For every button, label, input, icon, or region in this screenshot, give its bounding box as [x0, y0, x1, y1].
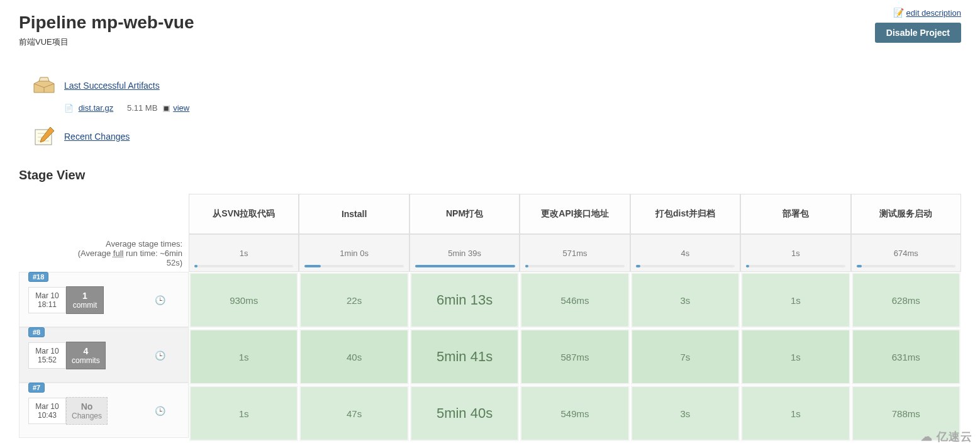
stage-average: 5min 39s	[409, 234, 520, 272]
stage-header: 从SVN拉取代码	[189, 194, 299, 234]
build-date: Mar 1018:11	[28, 287, 66, 313]
stage-header: NPM打包	[409, 194, 520, 234]
stage-cell[interactable]: 6min 13s	[410, 272, 519, 328]
stage-cell[interactable]: 628ms	[852, 272, 961, 328]
project-description: 前端VUE项目	[19, 36, 961, 48]
stage-average: 1min 0s	[299, 234, 409, 272]
stage-cell[interactable]: 549ms	[520, 386, 629, 441]
build-number-badge[interactable]: #8	[28, 327, 45, 337]
stage-average: 1s	[189, 234, 299, 272]
build-date: Mar 1015:52	[28, 342, 66, 369]
build-commits[interactable]: 4commits	[66, 342, 106, 369]
stage-header: 部署包	[740, 194, 850, 234]
artifact-file-link[interactable]: dist.tar.gz	[79, 103, 114, 113]
stage-average: 674ms	[851, 234, 961, 272]
stage-header: Install	[299, 194, 409, 234]
artifact-view-link[interactable]: view	[173, 103, 189, 113]
build-row-info[interactable]: #7Mar 1010:43NoChanges🕒	[19, 383, 189, 438]
average-stage-times-label: Average stage times: (Average full run t…	[19, 234, 189, 272]
build-date: Mar 1010:43	[28, 398, 66, 424]
build-number-badge[interactable]: #7	[28, 383, 45, 393]
stage-average: 4s	[630, 234, 740, 272]
stage-header: 更改API接口地址	[520, 194, 630, 234]
disable-project-button[interactable]: Disable Project	[875, 23, 961, 43]
edit-description-link[interactable]: edit description	[906, 8, 961, 18]
stage-cell[interactable]: 587ms	[520, 329, 629, 384]
stage-header: 打包dist并归档	[630, 194, 740, 234]
stage-cell[interactable]: 1s	[189, 329, 298, 384]
stage-header: 测试服务启动	[851, 194, 961, 234]
brand-logo: ☁ 亿速云	[921, 429, 972, 444]
stage-cell[interactable]: 3s	[631, 386, 740, 441]
recent-changes-link[interactable]: Recent Changes	[64, 132, 130, 142]
build-commits[interactable]: 1commit	[66, 286, 104, 314]
file-icon	[64, 103, 76, 113]
clock-icon[interactable]: 🕒	[155, 350, 165, 361]
stage-cell[interactable]: 22s	[299, 272, 408, 328]
edit-pencil-icon: 📝	[893, 8, 904, 18]
stage-cell[interactable]: 1s	[189, 386, 298, 441]
view-icon	[162, 103, 171, 113]
build-number-badge[interactable]: #18	[28, 272, 48, 282]
stage-cell[interactable]: 3s	[631, 272, 740, 328]
stage-cell[interactable]: 40s	[299, 329, 408, 384]
artifact-size: 5.11 MB	[127, 103, 157, 113]
build-row-info[interactable]: #8Mar 1015:524commits🕒	[19, 327, 189, 383]
clock-icon[interactable]: 🕒	[155, 295, 165, 305]
stage-cell[interactable]: 5min 41s	[410, 329, 519, 384]
stage-view: Average stage times: (Average full run t…	[19, 194, 961, 442]
stage-cell[interactable]: 546ms	[520, 272, 629, 328]
stage-cell[interactable]: 7s	[631, 329, 740, 384]
stage-average: 1s	[740, 234, 850, 272]
page-title: Pipeline mp-web-vue	[19, 13, 961, 33]
stage-cell[interactable]: 1s	[741, 272, 850, 328]
stage-average: 571ms	[520, 234, 630, 272]
build-row-info[interactable]: #18Mar 1018:111commit🕒	[19, 272, 189, 327]
stage-view-title: Stage View	[19, 168, 961, 182]
build-commits[interactable]: NoChanges	[66, 397, 108, 425]
stage-cell[interactable]: 1s	[741, 329, 850, 384]
last-successful-artifacts-link[interactable]: Last Successful Artifacts	[64, 81, 160, 91]
stage-cell[interactable]: 1s	[741, 386, 850, 441]
package-icon	[31, 73, 57, 98]
stage-cell[interactable]: 631ms	[852, 329, 961, 384]
stage-cell[interactable]: 47s	[299, 386, 408, 441]
stage-cell[interactable]: 930ms	[189, 272, 298, 328]
notepad-icon	[31, 124, 57, 149]
clock-icon[interactable]: 🕒	[155, 406, 165, 416]
stage-cell[interactable]: 5min 40s	[410, 386, 519, 441]
